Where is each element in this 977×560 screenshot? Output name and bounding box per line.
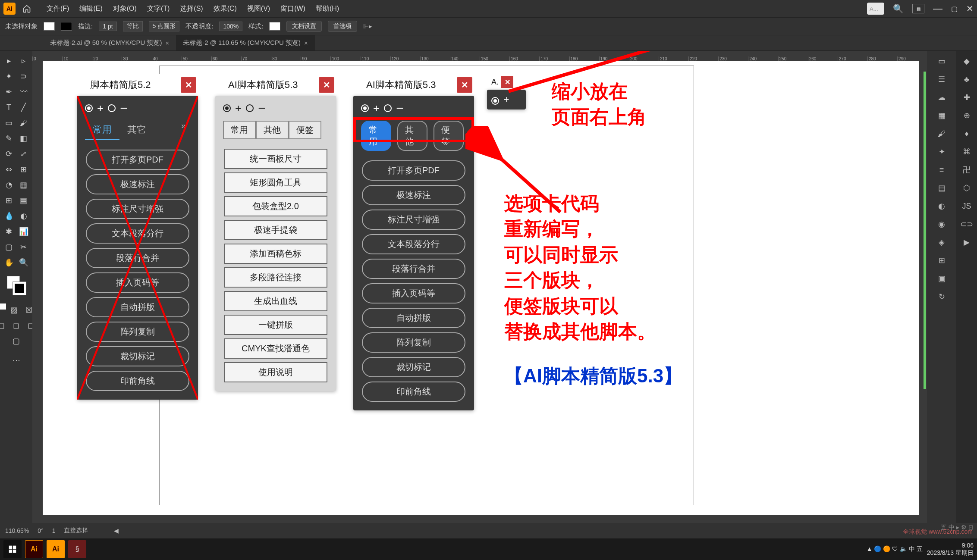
- minus-icon[interactable]: −: [396, 101, 404, 116]
- style-swatch[interactable]: [269, 22, 280, 31]
- eraser-icon[interactable]: ◧: [17, 132, 30, 145]
- script-button[interactable]: 一键拼版: [224, 315, 327, 335]
- type-tool-icon[interactable]: T: [3, 101, 16, 114]
- brushes-icon[interactable]: 🖌: [936, 128, 948, 140]
- rectangle-tool-icon[interactable]: ▭: [3, 116, 16, 129]
- dock2-icon[interactable]: ⊕: [961, 109, 973, 122]
- script-button[interactable]: 文本段落分行: [86, 223, 189, 244]
- dock2-icon[interactable]: ⊂⊃: [961, 218, 973, 230]
- pen-tool-icon[interactable]: ✒: [3, 85, 16, 98]
- dock2-icon[interactable]: ✚: [961, 91, 973, 103]
- gradient-icon[interactable]: ▤: [17, 194, 30, 207]
- doc-tab-2[interactable]: 未标题-2 @ 110.65 % (CMYK/CPU 预览) ×: [176, 35, 315, 50]
- eyedropper-icon[interactable]: 💧: [3, 210, 16, 222]
- dock2-icon[interactable]: ▶: [961, 236, 973, 248]
- script-button[interactable]: 裁切标记: [86, 346, 189, 366]
- menu-file[interactable]: 文件(F): [41, 4, 74, 13]
- tab-notes[interactable]: 便签: [289, 121, 321, 139]
- direct-selection-tool-icon[interactable]: ▹: [17, 54, 30, 67]
- start-button[interactable]: [3, 540, 22, 558]
- window-minimize-icon[interactable]: —: [933, 3, 942, 14]
- screen-mode-icon[interactable]: ▢: [10, 335, 23, 347]
- script-button[interactable]: CMYK查找潘通色: [224, 338, 327, 359]
- script-button[interactable]: 生成出血线: [224, 291, 327, 311]
- tab-common[interactable]: 常用: [85, 121, 119, 140]
- arrange-icon[interactable]: ▦: [912, 4, 924, 13]
- rotation[interactable]: 0°: [38, 527, 43, 534]
- dock2-icon[interactable]: 卍: [961, 164, 973, 176]
- minus-icon[interactable]: −: [120, 101, 128, 116]
- graph-icon[interactable]: 📊: [17, 225, 30, 238]
- script-button[interactable]: 阵列复制: [86, 322, 189, 342]
- stroke-weight-input[interactable]: 1 pt: [99, 22, 116, 31]
- scale-uniform-dropdown[interactable]: 等比: [123, 21, 143, 31]
- minus-icon[interactable]: −: [258, 101, 266, 116]
- clock[interactable]: 9:06 2023/8/13 星期日: [927, 542, 974, 557]
- script-button[interactable]: 使用说明: [224, 362, 327, 382]
- lasso-icon[interactable]: ⊃: [17, 70, 30, 83]
- radio-icon[interactable]: [361, 104, 369, 112]
- script-button[interactable]: 统一画板尺寸: [224, 149, 327, 169]
- script-button[interactable]: 印前角线: [362, 382, 465, 402]
- transform-icon[interactable]: ↻: [936, 291, 948, 303]
- doc-tab-1[interactable]: 未标题-2.ai @ 50 % (CMYK/CPU 预览) ×: [43, 35, 176, 50]
- dock2-icon[interactable]: ♣: [961, 73, 973, 85]
- stroke-dock-icon[interactable]: ≡: [936, 164, 948, 176]
- script-button[interactable]: 自动拼版: [362, 308, 465, 328]
- line-tool-icon[interactable]: ╱: [17, 101, 30, 114]
- shape-builder-icon[interactable]: ◔: [3, 178, 16, 191]
- script-button[interactable]: 段落行合并: [86, 248, 189, 268]
- script-button[interactable]: 打开多页PDF: [362, 160, 465, 181]
- taskbar-app-ai-active[interactable]: Ai: [47, 540, 65, 558]
- plus-icon[interactable]: +: [235, 102, 242, 115]
- opacity-input[interactable]: 100%: [219, 22, 242, 31]
- align-dock-icon[interactable]: ⊞: [936, 254, 948, 266]
- scale-icon[interactable]: ⤢: [17, 147, 30, 160]
- canvas[interactable]: 脚本精简版5.2 ✕ + − 常用 其它 »: [43, 61, 927, 523]
- script-mini-titlebar-top[interactable]: A...: [867, 3, 884, 15]
- home-icon[interactable]: [21, 3, 33, 15]
- script-button[interactable]: 添加画稿色标: [224, 244, 327, 264]
- zoom-icon[interactable]: 🔍: [17, 256, 30, 269]
- close-button[interactable]: ✕: [457, 77, 472, 93]
- script-button[interactable]: 阵列复制: [362, 332, 465, 353]
- script-button[interactable]: 打开多页PDF: [86, 150, 189, 170]
- script-button[interactable]: 自动拼版: [86, 297, 189, 317]
- script-button[interactable]: 文本段落分行: [362, 234, 465, 254]
- layers-icon[interactable]: ☰: [936, 73, 948, 85]
- plus-icon[interactable]: +: [97, 102, 104, 115]
- tab-other[interactable]: 其它: [119, 121, 154, 140]
- plus-icon[interactable]: +: [373, 102, 380, 115]
- vertical-scrollbar[interactable]: [919, 61, 927, 515]
- script-button[interactable]: 标注尺寸增强: [362, 210, 465, 230]
- script-button[interactable]: 插入页码等: [86, 272, 189, 293]
- prefs-button[interactable]: 首选项: [328, 21, 357, 32]
- chevron-right-icon[interactable]: »: [181, 121, 190, 140]
- free-transform-icon[interactable]: ⊞: [17, 163, 30, 176]
- transparency-icon[interactable]: ◐: [936, 200, 948, 212]
- scroll-thumb[interactable]: [924, 72, 926, 389]
- tab-common[interactable]: 常用: [223, 121, 256, 139]
- script-button[interactable]: 包装盒型2.0: [224, 196, 327, 216]
- appearance-icon[interactable]: ◉: [936, 218, 948, 230]
- zoom-level[interactable]: 110.65%: [5, 527, 29, 534]
- color-mode-icon[interactable]: [0, 303, 6, 310]
- taskbar-app-ai[interactable]: Ai: [25, 540, 43, 558]
- draw-behind-icon[interactable]: ◻: [10, 319, 23, 332]
- horizontal-scrollbar[interactable]: [43, 515, 927, 523]
- artboard-icon[interactable]: ▢: [3, 241, 16, 253]
- symbol-spray-icon[interactable]: ✱: [3, 225, 16, 238]
- fill-swatch[interactable]: [44, 22, 55, 31]
- script-button[interactable]: 标注尺寸增强: [86, 199, 189, 219]
- radio-icon[interactable]: [108, 104, 116, 112]
- rotate-icon[interactable]: ⟳: [3, 147, 16, 160]
- menu-view[interactable]: 视图(V): [242, 4, 275, 13]
- radio-icon[interactable]: [246, 104, 254, 112]
- close-button[interactable]: ✕: [181, 77, 196, 93]
- search-icon[interactable]: 🔍: [893, 3, 904, 14]
- window-close-icon[interactable]: ✕: [966, 3, 974, 14]
- brush-dropdown[interactable]: 5 点圆形: [149, 21, 180, 31]
- graphic-styles-icon[interactable]: ◈: [936, 236, 948, 248]
- gradient-mode-icon[interactable]: ▨: [8, 303, 21, 316]
- shaper-icon[interactable]: ✎: [3, 132, 16, 145]
